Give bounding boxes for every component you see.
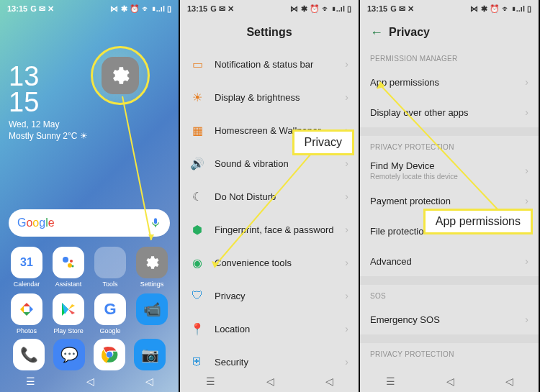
settings-row-location[interactable]: 📍Location› bbox=[180, 312, 359, 345]
settings-icon bbox=[136, 247, 168, 278]
app-label: Google bbox=[99, 327, 120, 334]
assistant-app[interactable]: Assistant bbox=[50, 247, 86, 288]
row-label: Display & brightness bbox=[215, 92, 335, 103]
svg-point-3 bbox=[70, 260, 73, 263]
messages-app[interactable]: 💬 bbox=[53, 339, 85, 370]
status-right-icons: ⋈ ✱ ⏰ ᯤ ▮..ıl ▯ bbox=[290, 4, 351, 14]
settings-row-fingerprint-face-password[interactable]: ⬢Fingerprint, face & password› bbox=[180, 213, 359, 246]
chevron-right-icon: › bbox=[525, 314, 528, 325]
row-label: Security bbox=[215, 357, 335, 368]
google-search-bar[interactable]: Google bbox=[9, 209, 170, 237]
play-store-app[interactable]: Play Store bbox=[50, 293, 86, 334]
privacy-row-emergency-sos[interactable]: Emergency SOS› bbox=[360, 304, 539, 334]
row-icon: ▦ bbox=[190, 123, 204, 137]
chevron-right-icon: › bbox=[345, 58, 348, 70]
chrome-app[interactable] bbox=[94, 339, 125, 370]
row-label: Privacy bbox=[215, 291, 335, 301]
back-arrow-icon[interactable]: ← bbox=[370, 25, 383, 40]
page-title: Privacy bbox=[389, 26, 430, 39]
app-icon: 📹 bbox=[136, 293, 168, 325]
settings-row-notification-status-bar[interactable]: ▭Notification & status bar› bbox=[180, 47, 359, 81]
status-time: 13:15 bbox=[187, 4, 207, 13]
status-left-icons: G ✉ ✕ bbox=[30, 4, 54, 14]
app-4[interactable]: 📹 bbox=[134, 293, 170, 334]
section-spacer bbox=[360, 334, 539, 343]
chevron-right-icon: › bbox=[345, 91, 348, 103]
status-left-icons: G ✉ ✕ bbox=[390, 4, 414, 14]
row-icon: 📍 bbox=[190, 322, 204, 336]
svg-point-5 bbox=[72, 265, 74, 268]
date-text: Wed, 12 May bbox=[9, 119, 170, 129]
photos-app[interactable]: Photos bbox=[9, 293, 45, 334]
nav-home[interactable]: ◁ bbox=[266, 375, 274, 387]
status-bar: 13:15G ✉ ✕ ⋈ ✱ ⏰ ᯤ ▮..ıl ▯ bbox=[360, 0, 539, 17]
row-label: Payment protection bbox=[370, 196, 515, 206]
camera-app[interactable]: 📷 bbox=[134, 339, 166, 370]
status-time: 13:15 bbox=[7, 4, 27, 13]
callout-app-permissions: App permissions bbox=[423, 209, 533, 234]
privacy-row-app-lock[interactable]: App Lock› bbox=[360, 363, 539, 370]
settings-row-convenience-tools[interactable]: ◉Convenience tools› bbox=[180, 246, 359, 279]
section-title: PERMISSION MANAGER bbox=[360, 47, 539, 67]
tools-folder[interactable]: Tools bbox=[92, 247, 128, 288]
folder-icon bbox=[94, 247, 126, 278]
settings-list[interactable]: ▭Notification & status bar›☀Display & br… bbox=[180, 47, 359, 370]
settings-row-display-brightness[interactable]: ☀Display & brightness› bbox=[180, 81, 359, 114]
privacy-row-display-over-other-apps[interactable]: Display over other apps› bbox=[360, 97, 539, 127]
settings-app[interactable]: Settings bbox=[134, 247, 170, 288]
nav-home[interactable]: ◁ bbox=[446, 375, 454, 387]
chevron-right-icon: › bbox=[525, 76, 528, 88]
nav-recent[interactable]: ☰ bbox=[386, 375, 395, 387]
nav-recent[interactable]: ☰ bbox=[206, 375, 215, 387]
svg-point-2 bbox=[63, 257, 68, 263]
row-label: Fingerprint, face & password bbox=[215, 224, 335, 235]
row-label: Notification & status bar bbox=[215, 59, 335, 70]
settings-row-do-not-disturb[interactable]: ☾Do Not Disturb› bbox=[180, 180, 359, 213]
dock: 📞 💬 📷 bbox=[0, 339, 179, 370]
settings-row-privacy[interactable]: 🛡Privacy› bbox=[180, 279, 359, 312]
section-spacer bbox=[360, 276, 539, 285]
row-sub: Remotely locate this device bbox=[370, 173, 515, 181]
settings-row-security[interactable]: ⛨Security› bbox=[180, 345, 359, 370]
nav-recent[interactable]: ☰ bbox=[26, 375, 35, 387]
row-icon: 🛡 bbox=[190, 288, 204, 303]
row-label: Do Not Disturb bbox=[215, 191, 335, 202]
chevron-right-icon: › bbox=[525, 195, 528, 206]
phone-privacy-screen: 13:15G ✉ ✕ ⋈ ✱ ⏰ ᯤ ▮..ıl ▯ ← Privacy PER… bbox=[360, 0, 540, 392]
nav-home[interactable]: ◁ bbox=[86, 375, 94, 387]
privacy-row-advanced[interactable]: Advanced› bbox=[360, 246, 539, 276]
row-label: Display over other apps bbox=[370, 107, 515, 118]
settings-app-highlighted[interactable] bbox=[102, 57, 139, 94]
privacy-row-find-my-device[interactable]: Find My DeviceRemotely locate this devic… bbox=[360, 155, 539, 186]
app-label: Play Store bbox=[53, 327, 84, 334]
chevron-right-icon: › bbox=[345, 257, 348, 268]
privacy-row-app-permissions[interactable]: App permissions› bbox=[360, 67, 539, 97]
phone-app[interactable]: 📞 bbox=[13, 339, 45, 370]
row-icon: ☀ bbox=[190, 90, 204, 104]
section-title: PRIVACY PROTECTION bbox=[360, 136, 539, 155]
chevron-right-icon: › bbox=[525, 106, 528, 118]
svg-point-4 bbox=[68, 263, 72, 268]
clock-minutes: 15 bbox=[9, 89, 170, 115]
row-label: Convenience tools bbox=[215, 257, 335, 268]
nav-back[interactable]: ◁ bbox=[145, 375, 153, 387]
mic-icon[interactable] bbox=[150, 217, 161, 229]
row-label: Location bbox=[215, 324, 335, 334]
chevron-right-icon: › bbox=[345, 224, 348, 235]
row-label: Emergency SOS bbox=[370, 314, 515, 325]
status-bar: 13:15G ✉ ✕ ⋈ ✱ ⏰ ᯤ ▮..ıl ▯ bbox=[180, 0, 359, 17]
section-spacer bbox=[360, 127, 539, 136]
play-icon bbox=[53, 293, 84, 325]
weather-text[interactable]: Mostly Sunny 2°C ☀ bbox=[9, 131, 170, 141]
chevron-right-icon: › bbox=[345, 323, 348, 334]
google-icon: G bbox=[94, 293, 126, 325]
status-bar: 13:15G ✉ ✕ ⋈ ✱ ⏰ ᯤ ▮..ıl ▯ bbox=[0, 0, 179, 17]
row-icon: ⛨ bbox=[190, 355, 204, 369]
svg-point-7 bbox=[107, 352, 113, 358]
nav-back[interactable]: ◁ bbox=[325, 375, 333, 387]
app-label: Settings bbox=[140, 281, 164, 288]
google-app[interactable]: GGoogle bbox=[92, 293, 128, 334]
chevron-right-icon: › bbox=[345, 158, 348, 169]
nav-back[interactable]: ◁ bbox=[505, 375, 513, 387]
calendar-app[interactable]: 31Calendar bbox=[9, 247, 45, 288]
